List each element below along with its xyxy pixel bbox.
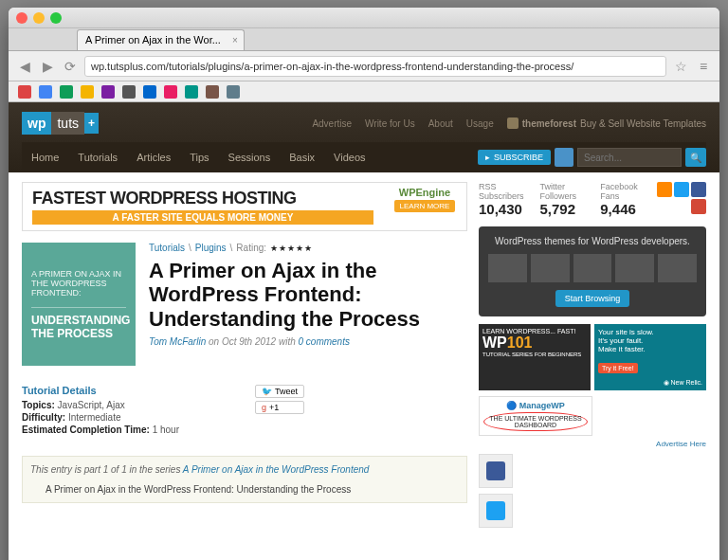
learn-more-button[interactable]: LEARN MORE — [394, 200, 456, 212]
twitter-box[interactable] — [479, 494, 513, 528]
start-browsing-button[interactable]: Start Browsing — [555, 290, 630, 307]
link-advertise[interactable]: Advertise — [312, 118, 352, 129]
forward-icon[interactable]: ▶ — [39, 58, 56, 75]
rating-stars[interactable]: ★★★★★ — [270, 244, 313, 253]
search-button[interactable]: 🔍 — [685, 148, 706, 167]
url-bar: ◀ ▶ ⟳ ☆ ≡ — [9, 51, 719, 81]
crumb-tutorials[interactable]: Tutorials — [149, 243, 185, 253]
gplus-button[interactable]: g+1 — [255, 401, 304, 414]
link-about[interactable]: About — [428, 118, 453, 129]
bookmark-icon[interactable] — [101, 85, 115, 99]
bookmark-icon[interactable] — [18, 85, 31, 99]
header-links: Advertise Write for Us About Usage theme… — [312, 117, 706, 129]
author-link[interactable]: Tom McFarlin — [149, 336, 206, 347]
theme-thumb[interactable] — [531, 254, 570, 282]
page-content: wp tuts + Advertise Write for Us About U… — [9, 102, 719, 560]
theme-thumb[interactable] — [573, 254, 612, 282]
twitter-icon[interactable] — [555, 148, 573, 167]
bookmark-star-icon[interactable]: ☆ — [672, 58, 689, 75]
wpengine-logo: WPEngine — [387, 187, 463, 198]
gplus-icon[interactable] — [691, 199, 706, 214]
nav-videos[interactable]: Videos — [324, 148, 374, 167]
crumb-plugins[interactable]: Plugins — [195, 243, 227, 253]
address-input[interactable] — [84, 56, 666, 77]
twitter-icon: 🐦 — [262, 387, 272, 396]
tweet-button[interactable]: 🐦Tweet — [255, 385, 304, 398]
series-link[interactable]: A Primer on Ajax in the WordPress Fronte… — [183, 464, 370, 475]
tutorial-details: Tutorial Details Topics: JavaScript, Aja… — [22, 385, 467, 437]
themes-promo: WordPress themes for WordPress developer… — [479, 226, 706, 316]
nav-tips[interactable]: Tips — [180, 148, 218, 167]
promo-title: WordPress themes for WordPress developer… — [488, 236, 697, 246]
titlebar — [9, 8, 719, 28]
facebook-icon — [486, 461, 505, 480]
ad-banner[interactable]: FASTEST WORDPRESS HOSTING A FASTER SITE … — [22, 182, 467, 231]
byline: Tom McFarlin on Oct 9th 2012 with 0 comm… — [149, 336, 467, 347]
link-write[interactable]: Write for Us — [365, 118, 415, 129]
ad-wp101[interactable]: LEARN WORDPRESS... FAST! WP101 TUTORIAL … — [479, 324, 591, 390]
article-title: A Primer on Ajax in the WordPress Fronte… — [149, 259, 467, 331]
minimize-icon[interactable] — [33, 12, 45, 24]
nav-sessions[interactable]: Sessions — [219, 148, 281, 167]
ad-managewp[interactable]: 🔵 ManageWP THE ULTIMATE WORDPRESS DASHBO… — [479, 396, 592, 436]
rss-icon[interactable] — [657, 182, 672, 197]
logo-plus: + — [84, 113, 99, 134]
close-tab-icon[interactable]: × — [232, 35, 238, 45]
site-header: wp tuts + Advertise Write for Us About U… — [9, 102, 719, 172]
main-column: FASTEST WORDPRESS HOSTING A FASTER SITE … — [22, 182, 467, 533]
themeforest-link[interactable]: themeforest Buy & Sell Website Templates — [507, 117, 706, 129]
theme-thumb[interactable] — [488, 254, 527, 282]
stat-facebook: Facebook Fans9,446 — [600, 182, 644, 217]
logo-wp: wp — [22, 112, 51, 135]
bookmark-icon[interactable] — [227, 85, 240, 99]
bookmark-icon[interactable] — [81, 85, 94, 99]
banner-subtitle: A FASTER SITE EQUALS MORE MONEY — [32, 210, 373, 225]
browser-tab[interactable]: A Primer on Ajax in the Wor... × — [77, 29, 245, 50]
bookmark-icon[interactable] — [206, 85, 219, 99]
stats-row: RSS Subscribers10,430 Twitter Followers5… — [479, 182, 706, 217]
stat-rss: RSS Subscribers10,430 — [479, 182, 527, 217]
twitter-icon — [486, 501, 505, 520]
main-nav: Home Tutorials Articles Tips Sessions Ba… — [22, 142, 706, 172]
rss-icon: ▸ — [485, 153, 490, 162]
theme-thumb[interactable] — [658, 254, 697, 282]
tab-title: A Primer on Ajax in the Wor... — [85, 34, 221, 45]
themeforest-icon — [507, 117, 519, 129]
article-thumbnail: A PRIMER ON AJAX IN THE WORDPRESS FRONTE… — [22, 243, 136, 366]
logo-tuts: tuts — [51, 112, 84, 135]
reload-icon[interactable]: ⟳ — [62, 58, 79, 75]
facebook-icon[interactable] — [691, 182, 706, 197]
advertise-here-link[interactable]: Advertise Here — [479, 440, 706, 448]
bookmarks-bar — [9, 81, 719, 102]
search-input[interactable] — [577, 148, 682, 167]
subscribe-button[interactable]: ▸ SUBSCRIBE — [478, 150, 551, 165]
nav-home[interactable]: Home — [22, 148, 68, 167]
nav-tutorials[interactable]: Tutorials — [68, 148, 127, 167]
bookmark-icon[interactable] — [39, 85, 52, 99]
banner-title: FASTEST WORDPRESS HOSTING — [32, 189, 373, 208]
comments-link[interactable]: 0 comments — [299, 336, 350, 347]
close-icon[interactable] — [16, 12, 27, 24]
gplus-icon: g — [262, 403, 266, 412]
facebook-box[interactable] — [479, 454, 513, 488]
sidebar: RSS Subscribers10,430 Twitter Followers5… — [479, 182, 706, 533]
series-item[interactable]: A Primer on Ajax in the WordPress Fronte… — [30, 484, 459, 495]
site-logo[interactable]: wp tuts + — [22, 112, 99, 135]
series-box: This entry is part 1 of 1 in the series … — [22, 456, 467, 503]
link-usage[interactable]: Usage — [466, 118, 494, 129]
bookmark-icon[interactable] — [164, 85, 177, 99]
bookmark-icon[interactable] — [143, 85, 156, 99]
theme-thumb[interactable] — [615, 254, 654, 282]
bookmark-icon[interactable] — [122, 85, 136, 99]
ad-newrelic[interactable]: Your site is slow. It's your fault. Make… — [594, 324, 706, 390]
twitter-icon[interactable] — [674, 182, 689, 197]
bookmark-icon[interactable] — [60, 85, 73, 99]
nav-articles[interactable]: Articles — [127, 148, 180, 167]
details-heading: Tutorial Details — [22, 385, 179, 396]
back-icon[interactable]: ◀ — [16, 58, 33, 75]
breadcrumb: Tutorials \ Plugins \ Rating: ★★★★★ — [149, 243, 467, 253]
nav-basix[interactable]: Basix — [280, 148, 324, 167]
menu-icon[interactable]: ≡ — [695, 58, 712, 75]
maximize-icon[interactable] — [50, 12, 62, 24]
bookmark-icon[interactable] — [185, 85, 198, 99]
